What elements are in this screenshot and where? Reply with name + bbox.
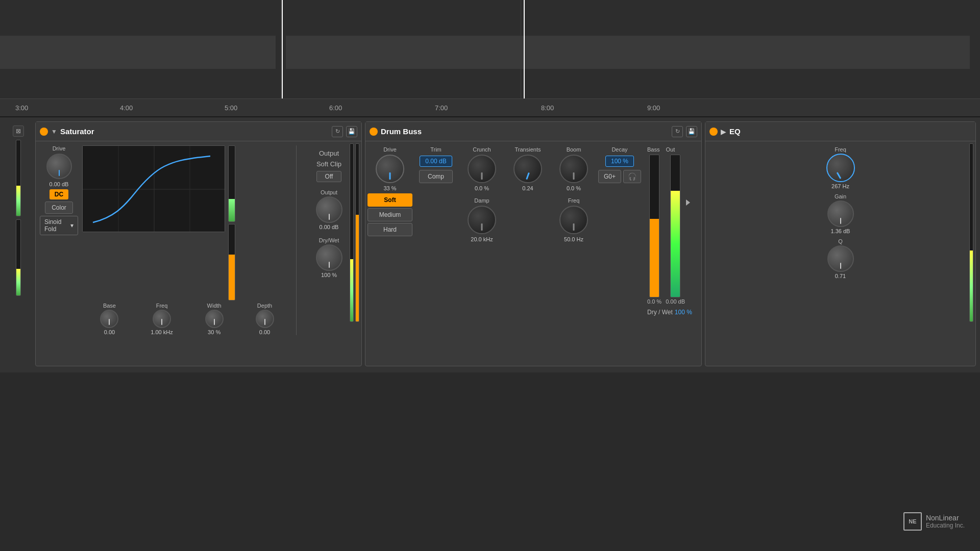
width-value: 30 %	[208, 329, 220, 335]
color-btn[interactable]: Color	[45, 202, 73, 214]
saturator-power-btn[interactable]	[40, 128, 48, 136]
eq-gain-knob[interactable]	[827, 201, 854, 227]
decay-col: Decay 100 % G0+ 🎧	[599, 146, 640, 316]
eq-edge-meters	[969, 143, 973, 322]
dc-badge[interactable]: DC	[50, 189, 68, 199]
freq-value: 1.00 kHz	[151, 329, 173, 335]
bass-out-col: Bass Out 0.0 %	[647, 146, 692, 316]
boom-freq-label: Freq	[568, 197, 580, 204]
freq-knob[interactable]	[153, 310, 171, 328]
drum-buss-save-btn[interactable]: 💾	[686, 126, 697, 137]
time-marker-6: 8:00	[541, 104, 554, 112]
drive-value: 0.00 dB	[50, 181, 69, 187]
decay-value[interactable]: 100 %	[605, 156, 634, 167]
transients-knob[interactable]	[513, 155, 542, 183]
drum-drive-knob[interactable]	[376, 155, 404, 183]
output-section: Output Soft Clip Off Output 0.00 dB Dry/…	[301, 145, 357, 282]
left-level-meter-2	[16, 219, 21, 296]
drum-buss-plugin: Drum Buss ↻ 💾 Drive 33 % Soft Medium Har…	[365, 121, 702, 366]
waveform-area	[0, 5, 980, 99]
time-marker-3: 5:00	[225, 104, 237, 112]
time-marker-1: 3:00	[15, 104, 28, 112]
drywet-knob-container: Dry/Wet 100 %	[316, 237, 342, 278]
width-knob-container: Width 30 %	[205, 303, 224, 335]
saturator-center: Base 0.00 Freq 1.00 kHz Width 30 %	[82, 145, 292, 335]
saturator-refresh-btn[interactable]: ↻	[332, 126, 343, 137]
eq-gain-label: Gain	[835, 193, 846, 199]
boom-knob[interactable]	[559, 155, 588, 183]
trim-label: Trim	[430, 146, 442, 153]
drum-buss-header: Drum Buss ↻ 💾	[365, 122, 701, 141]
time-marker-5: 7:00	[435, 104, 448, 112]
base-knob[interactable]	[100, 310, 118, 328]
freq-label: Freq	[156, 303, 168, 309]
transients-label: Transients	[515, 146, 541, 153]
output-knob[interactable]	[316, 196, 342, 223]
sat-edge-meter-1	[350, 143, 354, 322]
mode-hard-btn[interactable]: Hard	[368, 223, 412, 236]
level-bar	[16, 186, 20, 216]
sat-edge-meter-2	[355, 143, 359, 322]
bass-label: Bass	[647, 146, 659, 153]
eq-q-value: 0.71	[835, 273, 846, 279]
depth-knob[interactable]	[256, 310, 274, 328]
boom-col: Boom 0.0 % Freq 50.0 Hz	[553, 146, 594, 316]
drum-drive-label: Drive	[383, 146, 397, 153]
go-headphones-row: G0+ 🎧	[598, 170, 641, 183]
bass-fader-col: 0.0 %	[647, 155, 662, 305]
crunch-value: 0.0 %	[475, 185, 489, 191]
drum-buss-power-btn[interactable]	[370, 128, 378, 136]
devices-area: ⊠ ▼ Saturator ↻ 💾 Drive 0.00 dB DC Color	[0, 117, 980, 372]
left-level-meter	[16, 140, 21, 216]
drive-col: Drive 33 % Soft Medium Hard	[370, 146, 410, 316]
saturator-dropdown-arrow[interactable]: ▼	[51, 128, 57, 135]
eq-freq-knob[interactable]	[826, 154, 855, 182]
crunch-label: Crunch	[473, 146, 491, 153]
style-select[interactable]: Sinoid Fold ▾	[40, 216, 78, 235]
mode-buttons: Soft Medium Hard	[368, 193, 412, 236]
boom-freq-knob[interactable]	[559, 206, 588, 234]
depth-knob-container: Depth 0.00	[256, 303, 274, 335]
edge-bar-1	[350, 259, 353, 321]
depth-label: Depth	[257, 303, 272, 309]
output-knob-label: Output	[321, 189, 337, 195]
left-plugin-icon[interactable]: ⊠	[13, 126, 24, 137]
drive-knob[interactable]	[46, 154, 72, 179]
transients-value: 0.24	[522, 185, 533, 191]
drum-buss-refresh-btn[interactable]: ↻	[672, 126, 683, 137]
trim-value[interactable]: 0.00 dB	[420, 156, 452, 167]
meter-bar-1	[229, 199, 235, 221]
soft-clip-btn[interactable]: Off	[316, 171, 342, 182]
out-meter-value: 0.00 dB	[666, 298, 685, 305]
sat-meter-1	[228, 145, 235, 222]
eq-play-btn[interactable]: ▶	[721, 128, 726, 136]
eq-power-btn[interactable]	[709, 128, 718, 136]
base-knob-container: Base 0.00	[100, 303, 118, 335]
eq-edge-meter-1	[969, 143, 973, 322]
watermark: NE NonLinear Educating Inc.	[903, 512, 965, 531]
trim-col: Trim 0.00 dB Comp	[415, 146, 456, 316]
mode-soft-btn[interactable]: Soft	[368, 193, 412, 207]
sat-meter-2	[228, 224, 235, 300]
eq-freq-label: Freq	[835, 146, 846, 153]
ne-logo: NE	[903, 512, 922, 531]
comp-btn[interactable]: Comp	[419, 170, 453, 183]
eq-title: EQ	[729, 127, 971, 136]
crunch-knob[interactable]	[468, 155, 496, 183]
headphones-btn[interactable]: 🎧	[623, 170, 641, 183]
go-plus-btn[interactable]: G0+	[598, 170, 621, 183]
drywet-label: Dry/Wet	[319, 237, 339, 243]
saturator-save-btn[interactable]: 💾	[346, 126, 357, 137]
damp-knob[interactable]	[468, 206, 496, 234]
mode-medium-btn[interactable]: Medium	[368, 208, 412, 221]
boom-label: Boom	[567, 146, 581, 153]
out-fader-col: 0.00 dB	[666, 155, 685, 305]
drywet-knob[interactable]	[316, 244, 342, 271]
out-meter	[670, 155, 680, 297]
saturator-title: Saturator	[60, 127, 329, 136]
width-knob[interactable]	[205, 310, 224, 328]
eq-q-container: Q 0.71	[710, 238, 970, 279]
out-bar	[671, 191, 680, 297]
time-marker-4: 6:00	[329, 104, 342, 112]
eq-q-knob[interactable]	[827, 245, 854, 272]
